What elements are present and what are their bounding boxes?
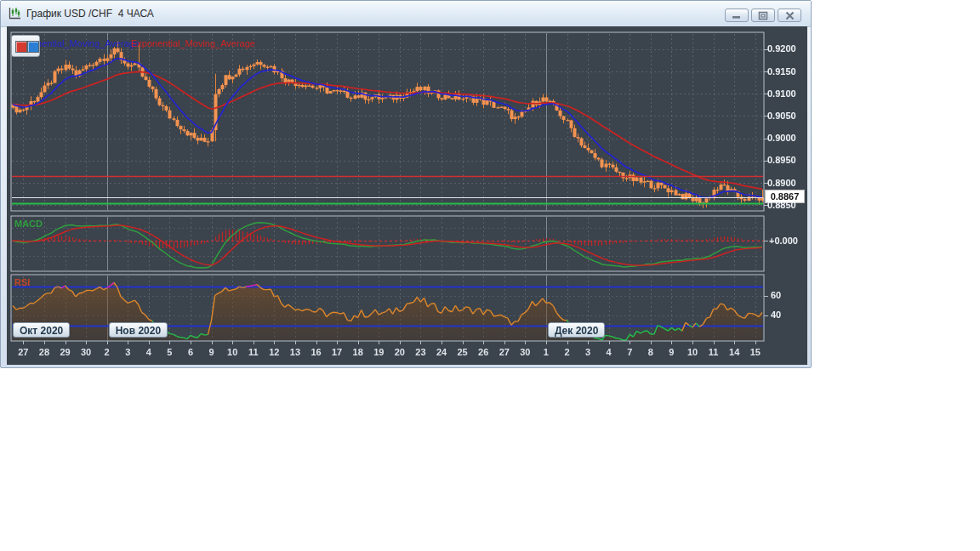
date-label: 15 bbox=[750, 347, 761, 357]
date-label: 7 bbox=[627, 347, 632, 357]
date-label: 26 bbox=[478, 347, 488, 357]
date-label: 1 bbox=[544, 347, 549, 357]
month-badge: Окт 2020 bbox=[13, 322, 70, 338]
date-label: 30 bbox=[520, 347, 530, 357]
price-axis-label: 0.9100 bbox=[767, 88, 796, 99]
date-label: 27 bbox=[499, 347, 510, 357]
month-badge: Дек 2020 bbox=[548, 322, 605, 338]
date-label: 20 bbox=[395, 347, 405, 357]
date-label: 3 bbox=[585, 347, 590, 357]
price-axis-label: 0.8950 bbox=[767, 155, 796, 165]
date-label: 30 bbox=[81, 347, 91, 357]
indicator-blue-button[interactable] bbox=[27, 41, 39, 53]
date-label: 23 bbox=[415, 347, 425, 357]
date-label: 12 bbox=[269, 347, 279, 357]
date-label: 27 bbox=[18, 347, 28, 357]
date-label: 11 bbox=[248, 347, 259, 357]
desktop: { "window": { "title": "График USD /CHF … bbox=[0, 0, 980, 551]
date-label: 17 bbox=[332, 347, 342, 357]
minimize-button[interactable] bbox=[725, 9, 749, 22]
date-label: 9 bbox=[209, 347, 214, 357]
chart-canvas[interactable] bbox=[7, 26, 807, 365]
price-axis-label: 0.9200 bbox=[767, 43, 796, 54]
restore-button[interactable] bbox=[751, 9, 775, 22]
indicator-buttons-box bbox=[11, 35, 40, 57]
date-label: 29 bbox=[60, 347, 70, 357]
date-label: 10 bbox=[687, 347, 698, 357]
close-button[interactable] bbox=[778, 9, 801, 22]
date-label: 13 bbox=[290, 347, 300, 357]
date-label: 10 bbox=[227, 347, 237, 357]
date-label: 19 bbox=[373, 347, 384, 357]
price-axis-label: 0.8850 bbox=[767, 200, 796, 210]
month-badge: Нов 2020 bbox=[109, 322, 168, 338]
date-label: 9 bbox=[669, 347, 674, 357]
macd-panel-label: MACD bbox=[14, 219, 43, 230]
indicator-red-button[interactable] bbox=[15, 41, 27, 53]
rsi-axis-label-40: 40 bbox=[771, 310, 781, 321]
chart-window: График USD /CHF 4 ЧАСА Exponential_Movin… bbox=[0, 0, 812, 368]
date-label: 11 bbox=[709, 347, 719, 357]
price-axis-label: 0.9000 bbox=[767, 133, 796, 143]
date-label: 2 bbox=[105, 347, 110, 357]
date-label: 25 bbox=[457, 347, 467, 357]
price-axis-label: 0.9050 bbox=[767, 111, 796, 121]
macd-zero-axis-label: +0.000 bbox=[769, 236, 798, 247]
rsi-panel-label: RSI bbox=[14, 277, 30, 288]
price-axis-label: 0.9150 bbox=[767, 66, 796, 77]
rsi-axis-label-60: 60 bbox=[771, 290, 781, 301]
date-label: 28 bbox=[39, 347, 49, 357]
titlebar[interactable]: График USD /CHF 4 ЧАСА bbox=[1, 1, 811, 27]
restore-icon bbox=[758, 11, 768, 20]
chart-app-icon bbox=[8, 7, 21, 20]
minimize-icon bbox=[732, 11, 742, 20]
date-label: 14 bbox=[729, 347, 739, 357]
date-label: 18 bbox=[353, 347, 363, 357]
price-axis-label: 0.8900 bbox=[767, 178, 796, 188]
date-label: 2 bbox=[564, 347, 569, 357]
legend-ema-slow: Exponential_Moving_Average bbox=[131, 38, 255, 49]
date-label: 16 bbox=[311, 347, 321, 357]
date-label: 5 bbox=[167, 347, 172, 357]
date-label: 4 bbox=[607, 347, 612, 357]
close-icon bbox=[785, 11, 795, 20]
date-label: 6 bbox=[188, 347, 193, 357]
window-title: График USD /CHF 4 ЧАСА bbox=[26, 8, 154, 20]
date-label: 3 bbox=[125, 347, 130, 357]
date-label: 4 bbox=[146, 347, 151, 357]
date-label: 24 bbox=[436, 347, 447, 357]
date-label: 8 bbox=[648, 347, 653, 357]
